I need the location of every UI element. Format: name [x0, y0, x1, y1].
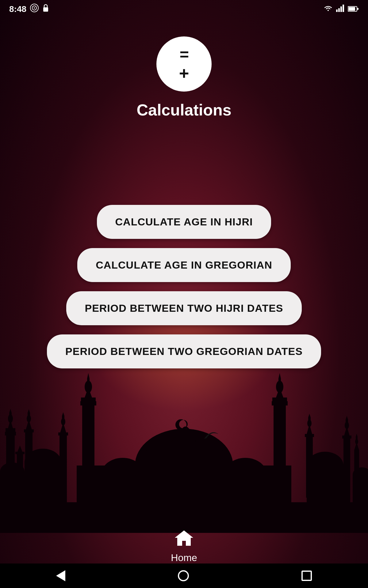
svg-rect-11 [357, 8, 358, 10]
svg-rect-37 [62, 416, 64, 422]
period-gregorian-button[interactable]: PERIOD BETWEEN TWO GREGORIAN DATES [47, 334, 321, 368]
signal-icon [336, 4, 345, 14]
svg-rect-3 [43, 7, 48, 12]
svg-rect-33 [59, 435, 67, 502]
home-label: Home [171, 552, 197, 564]
svg-rect-89 [220, 456, 224, 511]
svg-marker-72 [346, 416, 348, 420]
svg-marker-47 [87, 373, 90, 379]
svg-marker-19 [9, 409, 12, 413]
svg-rect-27 [25, 432, 33, 493]
svg-marker-79 [356, 434, 358, 437]
battery-icon [348, 4, 359, 14]
svg-rect-88 [142, 454, 150, 457]
home-nav-item[interactable]: Home [171, 529, 197, 564]
svg-rect-75 [354, 450, 359, 511]
buttons-container: CALCULATE AGE IN HIJRI CALCULATE AGE IN … [0, 205, 368, 368]
svg-point-2 [34, 7, 35, 9]
svg-point-57 [135, 466, 166, 490]
svg-rect-5 [336, 9, 338, 12]
svg-rect-35 [58, 432, 68, 435]
svg-rect-65 [308, 417, 311, 424]
svg-marker-54 [278, 373, 281, 379]
status-right [323, 4, 359, 14]
svg-rect-43 [80, 401, 96, 405]
logo-equals-icon: = [180, 46, 188, 62]
system-nav-bar [0, 564, 368, 588]
svg-rect-10 [348, 7, 355, 11]
svg-rect-8 [343, 5, 344, 12]
svg-rect-18 [9, 413, 12, 420]
svg-rect-50 [272, 401, 288, 405]
svg-point-4 [328, 10, 329, 11]
wifi-icon [323, 4, 333, 14]
svg-rect-53 [278, 379, 281, 387]
svg-rect-83 [193, 447, 198, 490]
svg-marker-66 [308, 414, 311, 417]
svg-marker-32 [28, 409, 30, 413]
period-hijri-button[interactable]: PERIOD BETWEEN TWO HIJRI DATES [66, 291, 301, 325]
svg-rect-86 [144, 456, 148, 511]
bottom-nav: Home [0, 529, 368, 564]
svg-rect-61 [306, 436, 313, 498]
svg-rect-67 [343, 438, 350, 502]
svg-rect-71 [346, 420, 348, 426]
svg-rect-80 [172, 444, 178, 490]
svg-point-40 [135, 429, 233, 502]
calculate-age-gregorian-button[interactable]: CALCULATE AGE IN GREGORIAN [77, 248, 291, 282]
svg-rect-48 [274, 404, 286, 527]
mosque-silhouette [0, 355, 368, 533]
calculate-age-hijri-button[interactable]: CALCULATE AGE IN HIJRI [97, 205, 271, 239]
svg-rect-22 [17, 453, 23, 514]
svg-rect-69 [342, 435, 351, 439]
nav-back-button[interactable] [56, 570, 65, 581]
svg-rect-6 [338, 8, 340, 12]
app-logo: = + [156, 36, 212, 92]
svg-rect-16 [6, 428, 15, 432]
app-title: Calculations [136, 101, 231, 119]
svg-rect-91 [218, 454, 226, 457]
svg-rect-31 [28, 413, 30, 419]
svg-rect-78 [356, 437, 358, 442]
nav-recents-button[interactable] [301, 571, 312, 581]
svg-marker-92 [175, 530, 193, 546]
home-icon [175, 529, 193, 550]
svg-rect-44 [81, 398, 96, 402]
svg-rect-46 [87, 379, 90, 387]
svg-rect-51 [272, 398, 287, 402]
nav-home-button[interactable] [178, 570, 189, 581]
svg-rect-24 [15, 452, 25, 454]
lock-icon [42, 4, 49, 14]
svg-point-58 [202, 466, 233, 490]
status-bar: 8:48 [0, 0, 368, 18]
media-icon [30, 4, 39, 14]
svg-rect-41 [82, 404, 94, 527]
svg-rect-82 [169, 442, 180, 445]
main-content: = + Calculations [0, 18, 368, 119]
logo-plus-icon: + [179, 65, 189, 82]
time-display: 8:48 [9, 4, 26, 14]
svg-rect-85 [191, 445, 200, 448]
svg-rect-29 [24, 429, 34, 432]
svg-marker-38 [62, 412, 64, 416]
status-left: 8:48 [9, 4, 49, 14]
svg-rect-63 [305, 434, 314, 437]
svg-rect-7 [340, 6, 342, 12]
